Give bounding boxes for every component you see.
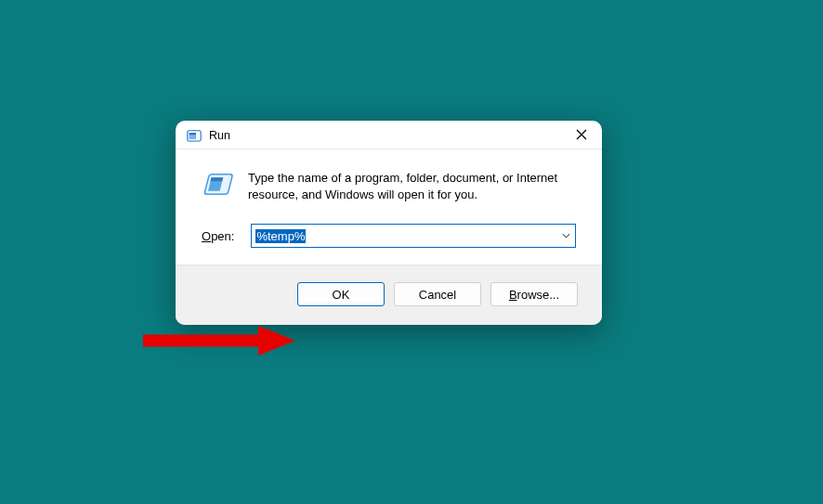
dialog-description: Type the name of a program, folder, docu…	[248, 170, 576, 203]
open-combobox[interactable]: %temp%	[251, 224, 576, 248]
run-app-icon	[187, 129, 202, 142]
annotation-arrow-icon	[139, 324, 297, 357]
chevron-down-icon	[562, 233, 570, 239]
titlebar: Run	[176, 121, 602, 149]
dialog-body: Type the name of a program, folder, docu…	[176, 149, 602, 265]
run-icon	[202, 172, 235, 200]
ok-button[interactable]: OK	[297, 282, 385, 306]
close-icon	[576, 129, 587, 140]
combobox-dropdown-button[interactable]	[556, 225, 575, 247]
cancel-button[interactable]: Cancel	[394, 282, 481, 306]
svg-rect-3	[189, 133, 196, 135]
browse-button[interactable]: Browse...	[490, 282, 578, 306]
svg-marker-10	[258, 326, 295, 355]
close-button[interactable]	[561, 121, 602, 149]
description-row: Type the name of a program, folder, docu…	[202, 170, 576, 203]
open-row: Open: %temp%	[202, 224, 576, 248]
run-dialog: Run Type the name of a program, folder, …	[176, 121, 602, 325]
open-input[interactable]: %temp%	[252, 225, 556, 247]
open-input-value: %temp%	[255, 229, 306, 243]
svg-rect-8	[211, 177, 224, 181]
dialog-title: Run	[209, 129, 561, 142]
open-label: Open:	[202, 229, 234, 243]
dialog-footer: OK Cancel Browse...	[176, 265, 602, 325]
